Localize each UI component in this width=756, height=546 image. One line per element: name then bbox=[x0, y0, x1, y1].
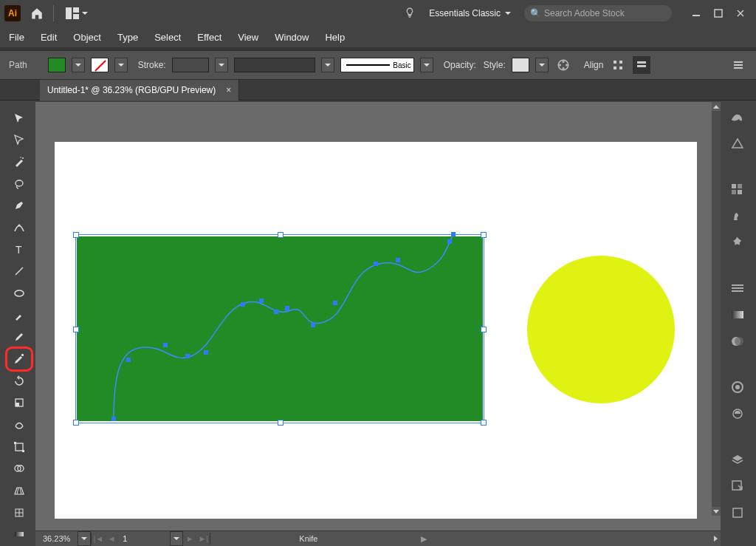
rotate-tool[interactable] bbox=[9, 372, 30, 390]
document-tab[interactable]: Untitled-1* @ 36.23% (RGB/GPU Preview) × bbox=[40, 80, 239, 100]
menu-file[interactable]: File bbox=[9, 32, 24, 43]
menu-type[interactable]: Type bbox=[117, 32, 138, 43]
opacity-label[interactable]: Opacity: bbox=[444, 60, 476, 70]
path-anchor-point[interactable] bbox=[374, 262, 378, 266]
menu-view[interactable]: View bbox=[238, 32, 258, 43]
layers-panel-icon[interactable] bbox=[729, 451, 746, 468]
brushes-panel-icon[interactable] bbox=[729, 207, 746, 225]
next-artboard-button[interactable]: ► bbox=[183, 534, 196, 543]
selection-handle[interactable] bbox=[481, 420, 487, 426]
align-panel-icon[interactable] bbox=[609, 56, 627, 74]
variable-width-profile[interactable] bbox=[234, 58, 315, 72]
first-artboard-button[interactable]: |◄ bbox=[92, 534, 105, 543]
stroke-weight-field[interactable] bbox=[172, 58, 209, 72]
direct-selection-tool[interactable] bbox=[9, 132, 30, 149]
prev-artboard-button[interactable]: ◄ bbox=[105, 534, 118, 543]
color-panel-icon[interactable] bbox=[729, 108, 746, 126]
menu-edit[interactable]: Edit bbox=[41, 32, 57, 43]
transparency-panel-icon[interactable] bbox=[729, 332, 746, 350]
path-anchor-point[interactable] bbox=[285, 306, 289, 310]
selection-handle[interactable] bbox=[73, 232, 79, 238]
shape-builder-tool[interactable] bbox=[9, 460, 30, 478]
width-tool[interactable] bbox=[9, 416, 30, 434]
workspace-switcher[interactable]: Essentials Classic bbox=[429, 8, 511, 18]
selection-handle[interactable] bbox=[73, 420, 79, 426]
path-anchor-point[interactable] bbox=[241, 302, 245, 307]
path-anchor-point[interactable] bbox=[333, 301, 337, 305]
menu-help[interactable]: Help bbox=[325, 32, 345, 43]
artboard-dropdown[interactable] bbox=[170, 531, 183, 546]
perspective-grid-tool[interactable] bbox=[9, 482, 30, 499]
path-anchor-point[interactable] bbox=[447, 239, 452, 244]
document-viewport[interactable] bbox=[35, 102, 721, 530]
align-label[interactable]: Align bbox=[584, 60, 604, 70]
scroll-down-button[interactable] bbox=[712, 507, 721, 516]
close-button[interactable] bbox=[729, 5, 752, 21]
selection-handle[interactable] bbox=[73, 327, 79, 332]
artboard[interactable] bbox=[55, 142, 697, 519]
control-menu-icon[interactable] bbox=[729, 56, 747, 74]
path-anchor-point[interactable] bbox=[451, 232, 456, 236]
selection-handle[interactable] bbox=[481, 232, 487, 238]
transform-panel-icon[interactable] bbox=[633, 56, 650, 74]
yellow-circle-shape[interactable] bbox=[527, 256, 675, 403]
scroll-up-button[interactable] bbox=[712, 102, 721, 111]
horizontal-scrollbar[interactable] bbox=[427, 536, 721, 542]
discover-icon[interactable] bbox=[404, 7, 416, 21]
arrange-documents-button[interactable] bbox=[66, 7, 88, 19]
path-anchor-point[interactable] bbox=[274, 310, 278, 314]
maximize-button[interactable] bbox=[707, 5, 729, 21]
search-stock-input[interactable]: 🔍 Search Adobe Stock bbox=[524, 5, 672, 21]
asset-export-panel-icon[interactable] bbox=[729, 477, 746, 495]
zoom-dropdown[interactable] bbox=[78, 531, 91, 546]
eyedropper-tool[interactable] bbox=[9, 350, 30, 368]
type-tool[interactable]: T bbox=[9, 241, 30, 259]
stroke-panel-icon[interactable] bbox=[729, 279, 746, 297]
swatches-panel-icon[interactable] bbox=[729, 180, 746, 198]
zoom-level-field[interactable]: 36.23% bbox=[35, 534, 78, 543]
path-anchor-point[interactable] bbox=[204, 350, 208, 355]
curvature-tool[interactable] bbox=[9, 219, 30, 236]
symbols-panel-icon[interactable] bbox=[729, 233, 746, 251]
menu-effect[interactable]: Effect bbox=[197, 32, 221, 43]
style-dropdown[interactable] bbox=[535, 58, 549, 72]
lasso-tool[interactable] bbox=[9, 175, 30, 193]
menu-object[interactable]: Object bbox=[73, 32, 101, 43]
free-transform-tool[interactable] bbox=[9, 438, 30, 456]
graphic-styles-panel-icon[interactable] bbox=[729, 405, 746, 423]
variable-width-dropdown[interactable] bbox=[321, 58, 334, 72]
path-anchor-point[interactable] bbox=[311, 323, 315, 327]
selection-handle[interactable] bbox=[481, 327, 487, 332]
path-anchor-point[interactable] bbox=[126, 358, 131, 362]
selection-bounding-box[interactable] bbox=[75, 234, 484, 423]
appearance-panel-icon[interactable] bbox=[729, 378, 746, 396]
ellipse-tool[interactable] bbox=[9, 284, 30, 302]
artboards-panel-icon[interactable] bbox=[729, 504, 746, 522]
menu-select[interactable]: Select bbox=[154, 32, 181, 43]
selection-tool[interactable] bbox=[9, 109, 30, 127]
pen-tool[interactable] bbox=[9, 197, 30, 215]
line-segment-tool[interactable] bbox=[9, 263, 30, 281]
vertical-scrollbar[interactable] bbox=[712, 102, 721, 516]
path-anchor-point[interactable] bbox=[259, 298, 264, 303]
minimize-button[interactable] bbox=[685, 5, 707, 21]
graphic-style-swatch[interactable] bbox=[512, 58, 529, 72]
path-anchor-point[interactable] bbox=[111, 417, 116, 421]
fill-dropdown[interactable] bbox=[72, 58, 85, 72]
path-anchor-point[interactable] bbox=[396, 258, 400, 262]
home-icon[interactable] bbox=[28, 4, 46, 22]
gradient-tool[interactable] bbox=[9, 525, 30, 543]
selection-handle[interactable] bbox=[278, 232, 284, 238]
last-artboard-button[interactable]: ►| bbox=[196, 534, 210, 543]
status-popup-button[interactable]: ▶ bbox=[421, 534, 427, 544]
stroke-dropdown[interactable] bbox=[114, 58, 128, 72]
color-guide-panel-icon[interactable] bbox=[729, 134, 746, 152]
fill-swatch[interactable] bbox=[48, 58, 66, 72]
paintbrush-tool[interactable] bbox=[9, 307, 30, 324]
magic-wand-tool[interactable] bbox=[9, 153, 30, 171]
mesh-tool[interactable] bbox=[9, 504, 30, 522]
selection-handle[interactable] bbox=[278, 420, 284, 426]
menu-window[interactable]: Window bbox=[275, 32, 309, 43]
recolor-artwork-icon[interactable] bbox=[554, 56, 572, 74]
path-anchor-point[interactable] bbox=[185, 354, 190, 358]
